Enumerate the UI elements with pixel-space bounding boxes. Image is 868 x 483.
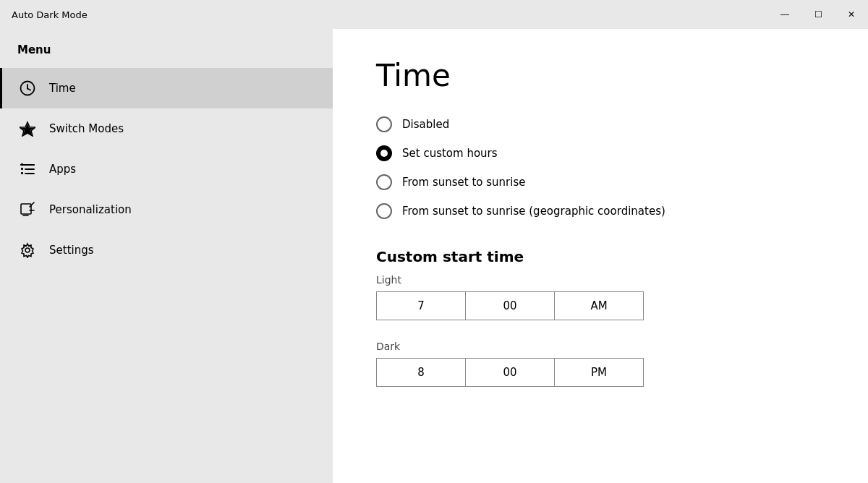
radio-label-sunset-sunrise-geo: From sunset to sunrise (geographic coord…	[402, 205, 665, 218]
radio-label-custom-hours: Set custom hours	[402, 147, 498, 160]
radio-disabled[interactable]: Disabled	[376, 116, 825, 132]
dark-label: Dark	[376, 341, 825, 352]
settings-icon	[17, 240, 38, 260]
time-icon	[17, 78, 38, 98]
sidebar-item-settings-label: Settings	[49, 244, 94, 257]
sidebar-item-apps-label: Apps	[49, 163, 76, 176]
light-time-section: Light 7 00 AM	[376, 274, 825, 320]
close-button[interactable]: ✕	[835, 0, 868, 29]
custom-start-time-title: Custom start time	[376, 248, 825, 265]
light-label: Light	[376, 274, 825, 286]
svg-rect-9	[21, 172, 23, 174]
sidebar-item-personalization[interactable]: Personalization	[0, 189, 333, 230]
radio-circle-sunset-sunrise-geo	[376, 203, 392, 219]
sidebar-item-personalization-label: Personalization	[49, 203, 132, 216]
radio-circle-disabled	[376, 116, 392, 132]
dark-period-field[interactable]: PM	[554, 359, 643, 386]
svg-line-15	[30, 202, 34, 207]
svg-rect-13	[21, 204, 31, 214]
page-title: Time	[376, 58, 825, 93]
title-bar: Auto Dark Mode — ☐ ✕	[0, 0, 868, 29]
menu-label: Menu	[0, 43, 333, 68]
dark-hour-field[interactable]: 8	[377, 359, 465, 386]
app-title: Auto Dark Mode	[12, 9, 88, 20]
sidebar-item-switch-modes[interactable]: Switch Modes	[0, 108, 333, 149]
sidebar-item-settings[interactable]: Settings	[0, 230, 333, 270]
radio-label-disabled: Disabled	[402, 118, 449, 131]
svg-point-17	[25, 248, 30, 252]
radio-circle-custom-hours	[376, 145, 392, 161]
radio-sunset-sunrise[interactable]: From sunset to sunrise	[376, 174, 825, 190]
minimize-button[interactable]: —	[768, 0, 801, 29]
light-minute-field[interactable]: 00	[465, 292, 554, 320]
radio-custom-hours[interactable]: Set custom hours	[376, 145, 825, 161]
maximize-button[interactable]: ☐	[801, 0, 835, 29]
window-controls: — ☐ ✕	[768, 6, 868, 23]
dark-time-input-group: 8 00 PM	[376, 358, 644, 387]
light-period-field[interactable]: AM	[554, 292, 643, 320]
sidebar-item-apps[interactable]: Apps	[0, 149, 333, 189]
radio-group: Disabled Set custom hours From sunset to…	[376, 116, 825, 219]
switch-modes-icon	[17, 119, 38, 139]
radio-sunset-sunrise-geo[interactable]: From sunset to sunrise (geographic coord…	[376, 203, 825, 219]
svg-rect-8	[21, 168, 23, 170]
svg-rect-7	[21, 163, 23, 166]
main-content: Time Disabled Set custom hours From suns…	[333, 29, 868, 483]
dark-minute-field[interactable]: 00	[465, 359, 554, 386]
sidebar: Menu Time Switch Modes	[0, 29, 333, 483]
sidebar-item-time[interactable]: Time	[0, 68, 333, 108]
apps-icon	[17, 159, 38, 179]
radio-label-sunset-sunrise: From sunset to sunrise	[402, 176, 526, 189]
app-body: Menu Time Switch Modes	[0, 29, 868, 483]
dark-time-section: Dark 8 00 PM	[376, 341, 825, 387]
sidebar-item-switch-modes-label: Switch Modes	[49, 122, 124, 135]
svg-line-2	[27, 89, 30, 90]
light-time-input-group: 7 00 AM	[376, 291, 644, 320]
radio-circle-sunset-sunrise	[376, 174, 392, 190]
sidebar-item-time-label: Time	[49, 82, 76, 95]
personalization-icon	[17, 200, 38, 220]
light-hour-field[interactable]: 7	[377, 292, 465, 320]
